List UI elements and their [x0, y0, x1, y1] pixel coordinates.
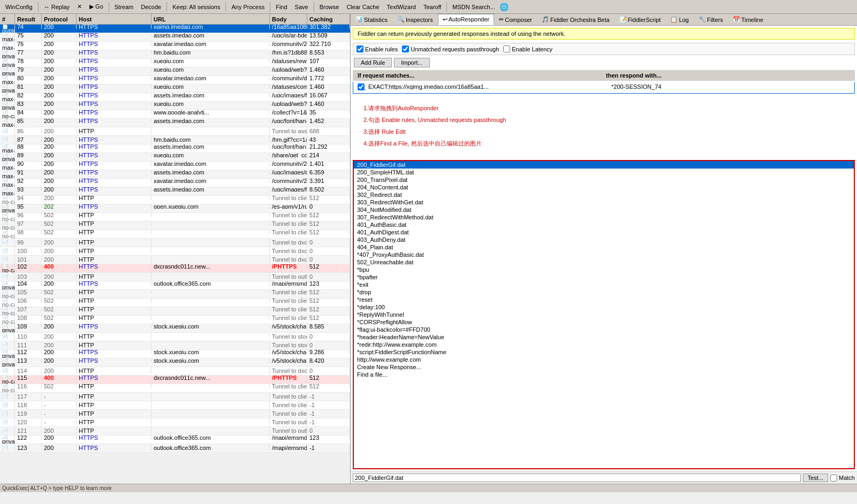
list-item[interactable]: 502_Unreachable.dat — [354, 258, 854, 266]
list-item[interactable]: *CORSPreflightAllow — [354, 318, 854, 326]
tab-fiddler-orchestra[interactable]: 🎵 Fiddler Orchestra Beta — [537, 14, 615, 25]
tearoff-button[interactable]: Tearoff — [420, 1, 444, 13]
table-row[interactable]: 📄 92 200 HTTPS xavatar.imedao.com /commu… — [0, 179, 350, 187]
table-row[interactable]: 📄 120 - HTTP Tunnel to outlook.office365… — [0, 418, 350, 427]
list-item[interactable]: *bpafter — [354, 273, 854, 281]
go-button[interactable]: ▶ Go — [86, 1, 107, 13]
response-input[interactable] — [353, 474, 801, 482]
table-row[interactable]: 📄 85 200 HTTPS assets.imedao.com /ugc/fo… — [0, 119, 350, 127]
table-row[interactable]: 📄 91 200 HTTPS assets.imedao.com /ugc/im… — [0, 170, 350, 179]
table-row[interactable]: 📄 87 200 HTTPS hm.baidu.com /hm.gif?cc=1… — [0, 136, 350, 144]
list-item[interactable]: 200_SimpleHTML.dat — [354, 169, 854, 176]
find-button[interactable]: Find — [272, 1, 290, 13]
remove-button[interactable]: ✕ — [74, 1, 85, 13]
list-item[interactable]: *header:HeaderName=NewValue — [354, 333, 854, 341]
list-item[interactable]: 204_NoContent.dat — [354, 184, 854, 191]
table-row[interactable]: 📄 101 200 HTTP Tunnel to dxcrasndc011c.n… — [0, 256, 350, 264]
table-row[interactable]: 📄 84 200 HTTPS www.google-analyti... /co… — [0, 110, 350, 119]
match-checkbox-label[interactable]: Match — [830, 475, 855, 482]
msdn-search-button[interactable]: MSDN Search... — [449, 1, 498, 13]
list-item[interactable]: *ReplyWithTunnel — [354, 311, 854, 318]
table-row[interactable]: 📄 105 502 HTTP Tunnel to clients1.google… — [0, 290, 350, 299]
list-item[interactable]: 200_TransPixel.dat — [354, 176, 854, 184]
table-row[interactable]: 📄 119 - HTTP Tunnel to clients1.google.c… — [0, 410, 350, 418]
replay-button[interactable]: ↔ Replay — [41, 1, 73, 13]
table-row[interactable]: 📄 74 200 HTTPS xqimg.imedao.com /16a85aa… — [0, 25, 350, 33]
unmatched-passthrough-label[interactable]: Unmatched requests passthrough — [402, 45, 499, 52]
list-item[interactable]: *script:FiddlerScriptFunctionName — [354, 348, 854, 356]
file-list-container[interactable]: 200_FiddlerGif.dat200_SimpleHTML.dat200_… — [353, 160, 855, 469]
list-item[interactable]: *delay:100 — [354, 303, 854, 311]
browse-button[interactable]: Browse — [316, 1, 343, 13]
tab-statistics[interactable]: 📊 Statistics — [351, 14, 392, 25]
table-row[interactable]: 📄 116 502 HTTP Tunnel to clients1.google… — [0, 384, 350, 393]
list-item[interactable]: 303_RedirectWithGet.dat — [354, 198, 854, 206]
table-row[interactable]: 📄 93 200 HTTPS assets.imedao.com /ugc/im… — [0, 187, 350, 196]
enable-latency-checkbox[interactable] — [503, 45, 510, 52]
table-row[interactable]: 📄 81 200 HTTPS xueqiu.com /statuses/comm… — [0, 85, 350, 93]
list-item[interactable]: 404_Plain.dat — [354, 243, 854, 251]
table-row[interactable]: 📄 95 202 HTTPS open.xueqiu.com /es-apm/v… — [0, 204, 350, 213]
table-row[interactable]: 📄 82 200 HTTPS assets.imedao.com /ugc/im… — [0, 93, 350, 102]
test-button[interactable]: Test... — [803, 474, 828, 482]
list-item[interactable]: *reset — [354, 296, 854, 303]
table-row[interactable]: 📄 122 200 HTTPS outlook.office365.com /m… — [0, 436, 350, 444]
tab-fiddlerscript[interactable]: 📝 FiddlerScript — [615, 14, 666, 25]
table-row[interactable]: 📄 98 502 HTTP Tunnel to clients1.google.… — [0, 230, 350, 239]
table-row[interactable]: 📄 76 200 HTTPS xavatar.imedao.com /commu… — [0, 42, 350, 50]
table-row[interactable]: 📄 113 200 HTTPS stock.xueqiu.com /v5/sto… — [0, 358, 350, 367]
table-row[interactable]: 📄 79 200 HTTPS xueqiu.com /upload/web?ca… — [0, 67, 350, 76]
session-list[interactable]: 📄 74 200 HTTPS xqimg.imedao.com /16a85aa… — [0, 25, 350, 484]
tab-inspectors[interactable]: 🔍 Inspectors — [392, 14, 438, 25]
table-row[interactable]: 📄 115 400 HTTPS dxcrasndc011c.new... /PH… — [0, 376, 350, 384]
list-item[interactable]: *407_ProxyAuthBasic.dat — [354, 251, 854, 258]
table-row[interactable]: 📄 75 200 HTTPS assets.imedao.com /ugc/js… — [0, 33, 350, 42]
import-button[interactable]: Import... — [394, 58, 429, 67]
table-row[interactable]: 📄 77 200 HTTPS hm.baidu.com /hm.js?1db88… — [0, 50, 350, 59]
enable-latency-label[interactable]: Enable Latency — [503, 45, 552, 52]
table-row[interactable]: 📄 112 200 HTTPS stock.xueqiu.com /v5/sto… — [0, 350, 350, 358]
list-item[interactable]: 200_FiddlerGif.dat — [354, 161, 854, 169]
list-item[interactable]: *flag:ui-backcolor=#FFD700 — [354, 326, 854, 333]
table-row[interactable]: 📄 89 200 HTTPS xueqiu.com /share/get_con… — [0, 153, 350, 162]
keep-sessions-button[interactable]: Keep: All sessions — [169, 1, 223, 13]
list-item[interactable]: *redir:http://www.example.com — [354, 341, 854, 348]
enable-rules-label[interactable]: Enable rules — [357, 45, 398, 52]
table-row[interactable]: 📄 94 200 HTTP Tunnel to clients1.google.… — [0, 196, 350, 204]
add-rule-button[interactable]: Add Rule — [354, 58, 392, 67]
list-item[interactable]: 403_AuthDeny.dat — [354, 236, 854, 243]
table-row[interactable]: 📄 110 200 HTTP Tunnel to stock.xueqiu.co… — [0, 333, 350, 341]
stream-button[interactable]: Stream — [111, 1, 136, 13]
text-wizard-button[interactable]: TextWizard — [384, 1, 419, 13]
table-row[interactable]: 📄 123 200 HTTPS outlook.office365.com /m… — [0, 444, 350, 453]
table-row[interactable]: 📄 83 200 HTTPS xueqiu.com /upload/web?ca… — [0, 102, 350, 110]
table-row[interactable]: 📄 100 200 HTTP Tunnel to dxcrasndc011c.n… — [0, 247, 350, 256]
tab-composer[interactable]: ✏ Composer — [494, 14, 537, 25]
list-item[interactable]: 401_AuthDigest.dat — [354, 228, 854, 236]
table-row[interactable]: 📄 103 200 HTTP Tunnel to outlook.office3… — [0, 273, 350, 281]
tab-log[interactable]: 📋 Log — [665, 14, 693, 25]
match-checkbox[interactable] — [830, 475, 837, 482]
tab-filters[interactable]: 🔧 Filters — [694, 14, 728, 25]
tab-timeline[interactable]: 📅 Timeline — [728, 14, 768, 25]
clear-cache-button[interactable]: Clear Cache — [343, 1, 382, 13]
table-row[interactable]: 📄 78 200 HTTPS xueqiu.com /statuses/rewa… — [0, 59, 350, 67]
table-row[interactable]: 📄 96 502 HTTP Tunnel to clients1.google.… — [0, 213, 350, 222]
list-item[interactable]: 401_AuthBasic.dat — [354, 221, 854, 228]
table-row[interactable]: 📄 86 200 HTTP Tunnel to assets.imedao.co… — [0, 127, 350, 136]
unmatched-passthrough-checkbox[interactable] — [402, 45, 409, 52]
table-row[interactable]: 📄 97 502 HTTP Tunnel to clients4.google.… — [0, 222, 350, 230]
table-row[interactable]: 📄 106 502 HTTP Tunnel to clients1.google… — [0, 299, 350, 307]
list-item[interactable]: Create New Response... — [354, 363, 854, 371]
table-row[interactable]: 📄 88 200 HTTPS assets.imedao.com /ugc/fo… — [0, 144, 350, 153]
table-row[interactable]: 📄 117 - HTTP Tunnel to clients1.google.c… — [0, 393, 350, 401]
table-row[interactable]: 📄 109 200 HTTPS stock.xueqiu.com /v5/sto… — [0, 324, 350, 333]
list-item[interactable]: *exit — [354, 281, 854, 288]
winconfig-button[interactable]: WinConfig — [2, 1, 36, 13]
list-item[interactable]: *bpu — [354, 266, 854, 273]
list-item[interactable]: *drop — [354, 288, 854, 296]
list-item[interactable]: 304_NotModified.dat — [354, 206, 854, 213]
list-item[interactable]: http://www.example.com — [354, 356, 854, 363]
enable-rules-checkbox[interactable] — [357, 45, 363, 52]
list-item[interactable]: 307_RedirectWithMethod.dat — [354, 213, 854, 221]
